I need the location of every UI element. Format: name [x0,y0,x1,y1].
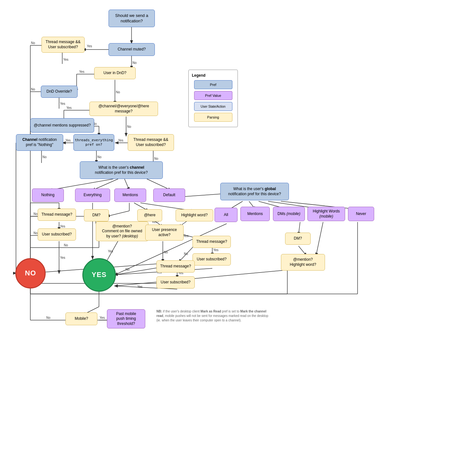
svg-text:Yes: Yes [183,234,188,238]
user-dnd-node: User in DnD? [94,67,136,79]
channel-notif-pref-node: What is the user's channel notification … [80,161,163,179]
svg-text:Yes: Yes [118,139,123,142]
threads-everything-node: threads_everything pref on? [73,134,114,151]
svg-text:No: No [34,231,38,235]
dms-mobile-node: DMs (mobile) [273,207,305,221]
atm-q-node: @mention? Comment on file owned by user?… [96,221,148,241]
svg-text:No: No [46,316,50,319]
legend-pref-value: Pref Value [192,91,234,100]
diagram-container: Yes No No Yes Yes No No Yes Yes No [0,0,476,454]
dnd-override-node: DnD Override? [41,86,78,98]
svg-line-113 [115,270,287,286]
svg-text:No: No [125,268,130,271]
channel-everyone-node: @channel/@everyone/@here message? [89,102,158,116]
dm-q2-node: DM? [285,233,311,245]
svg-text:No: No [31,41,35,45]
svg-text:Yes: Yes [60,225,65,228]
mentions-global-node: Mentions [240,207,270,221]
svg-line-60 [107,211,129,216]
thread-msg-q2-node: Thread message? [193,236,231,248]
svg-text:Yes: Yes [60,102,65,105]
svg-text:No: No [31,88,35,91]
svg-text:No: No [64,243,68,247]
default-node: Default [153,189,185,202]
no-circle: NO [15,258,46,289]
user-presence-node: User presence active? [145,225,184,241]
user-sub-q3-node: User subscribed? [193,253,231,265]
highlight-word-node: Highlight word? [176,209,213,221]
yes-circle: YES [82,258,116,292]
svg-text:Yes: Yes [108,250,113,253]
svg-text:Yes: Yes [60,256,65,259]
svg-line-129 [316,222,323,256]
channel-muted-node: Channel muted? [109,43,155,56]
past-push-node: Past mobile push timing threshold? [107,309,145,328]
user-sub-q2-node: User subscribed? [156,276,195,289]
everything-node: Everything [75,189,110,202]
start-node: Should we send a notification? [109,10,155,27]
svg-text:Yes: Yes [65,139,71,142]
legend-box: Legend Pref Pref Value User State/Action… [188,70,238,127]
mobile-q-node: Mobile? [65,312,97,325]
svg-text:Yes: Yes [100,316,105,319]
svg-text:Yes: Yes [63,58,68,61]
svg-text:No: No [164,250,168,254]
svg-text:No: No [184,252,188,256]
nothing-node: Nothing [32,189,64,202]
channel-notif-nothing-node: Channel notification pref is "Nothing" [16,134,63,151]
note-text: NB: if the user's desktop client Mark as… [156,309,271,323]
flow-connectors: Yes No No Yes Yes No No Yes Yes No [0,0,476,454]
thread-user-sub1-node: Thread message && User subscribed? [42,37,85,53]
svg-text:No: No [116,90,120,94]
global-notif-node: What is the user's global notification p… [220,183,289,200]
never-node: Never [348,207,374,221]
atm-hw-node: @mention? Highlight word? [281,254,325,271]
dm-q-node: DM? [84,209,109,221]
svg-text:Yes: Yes [79,70,84,73]
all-node: All [215,208,238,222]
thread-msg-q3-node: Thread message? [156,260,195,273]
svg-text:Yes: Yes [87,44,92,48]
thread-user-sub2-node: Thread message && User subscribed? [128,134,174,151]
svg-text:Yes: Yes [137,285,142,289]
legend-parsing: Parsing [192,113,234,122]
svg-text:No: No [154,157,158,160]
legend-user-state: User State/Action [192,102,234,111]
user-sub-q1-node: User subscribed? [38,228,76,241]
channel-mentions-suppressed-node: @channel mentions suppressed? [30,118,94,133]
svg-text:No: No [97,155,102,159]
svg-text:No: No [132,61,137,65]
thread-msg-q1-node: Thread message? [38,209,76,221]
highlight-words-mobile-node: Highlight Words (mobile) [307,207,345,221]
mentions-node: Mentions [114,189,146,202]
svg-text:Yes: Yes [213,248,218,252]
legend-pref: Pref [192,80,234,89]
svg-text:No: No [42,155,47,159]
svg-text:No: No [34,212,38,216]
svg-text:Yes: Yes [66,106,72,110]
here-q-node: @here [137,209,162,221]
svg-text:No: No [127,125,131,128]
